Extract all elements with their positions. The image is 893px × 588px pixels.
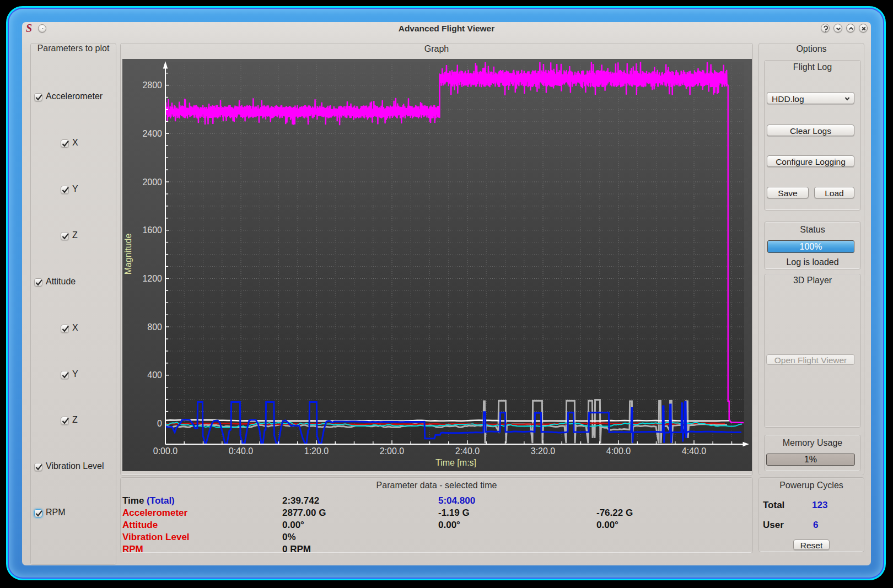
svg-text:3:20.0: 3:20.0 [531,446,556,456]
svg-text:4:40.0: 4:40.0 [682,446,707,456]
svg-text:1:20.0: 1:20.0 [304,446,329,456]
svg-text:0:00.0: 0:00.0 [153,446,178,456]
svg-text:2800: 2800 [142,80,162,90]
svg-text:400: 400 [147,370,162,380]
svg-text:Time [m:s]: Time [m:s] [435,458,476,467]
svg-text:0:40.0: 0:40.0 [229,446,254,456]
svg-text:4:00.0: 4:00.0 [606,446,631,456]
svg-text:1200: 1200 [142,274,162,283]
svg-text:Magnitude: Magnitude [123,234,133,275]
svg-text:2400: 2400 [142,129,162,138]
svg-text:2:00.0: 2:00.0 [380,446,405,456]
svg-text:2000: 2000 [142,177,162,187]
svg-text:0: 0 [157,419,162,428]
svg-text:2:40.0: 2:40.0 [455,446,480,456]
svg-text:800: 800 [147,322,162,332]
svg-text:1600: 1600 [142,225,162,235]
